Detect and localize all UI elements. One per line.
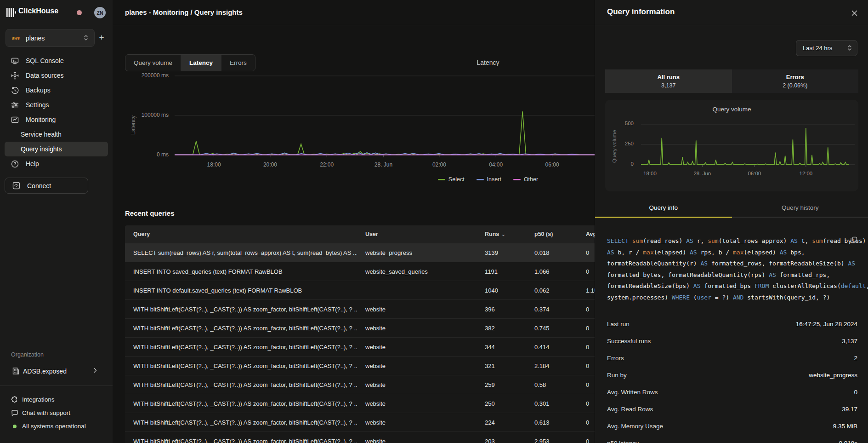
cell-runs: 224 <box>477 419 526 426</box>
detail-label: Avg. Written Rows <box>607 389 658 396</box>
detail-row-run-by: Run bywebsite_progress <box>595 368 868 385</box>
sidebar-item-settings[interactable]: Settings <box>0 98 113 112</box>
detail-row-successful-runs: Successful runs3,137 <box>595 334 868 351</box>
latency-y-tick: 0 ms <box>113 151 169 158</box>
sidebar-item-service-health[interactable]: Service health <box>0 127 113 142</box>
sidebar-item-monitoring[interactable]: Monitoring <box>0 112 113 127</box>
connect-icon <box>12 182 20 190</box>
latency-chart[interactable] <box>175 69 595 163</box>
detail-row-avg-written-rows: Avg. Written Rows0 <box>595 385 868 402</box>
cell-runs: 321 <box>477 362 526 369</box>
legend-item-insert[interactable]: Insert <box>477 176 501 183</box>
tab-query-info[interactable]: Query info <box>595 201 732 217</box>
volume-y-axis-label: Query volume <box>612 130 617 163</box>
footer-item-chat-with-support[interactable]: Chat with support <box>0 406 113 420</box>
legend-label: Select <box>448 176 465 183</box>
settings-icon <box>11 101 19 109</box>
legend-item-other[interactable]: Other <box>513 176 538 183</box>
sidebar-item-query-insights[interactable]: Query insights <box>5 142 108 156</box>
sql-console-icon <box>11 57 19 65</box>
cell-avg: 0 <box>578 325 595 332</box>
aws-provider-icon: aws <box>12 36 20 40</box>
table-row[interactable]: WITH bitShiftLeft(CAST(?..), _CAST(?..))… <box>125 375 595 394</box>
column-header-runs[interactable]: Runs⌄ <box>477 231 526 237</box>
table-row[interactable]: WITH bitShiftLeft(CAST(?..), _CAST(?..))… <box>125 337 595 356</box>
add-service-button[interactable]: + <box>96 32 107 43</box>
table-row[interactable]: INSERT INTO saved_queries (text) FORMAT … <box>125 262 595 281</box>
cell-runs: 382 <box>477 325 526 332</box>
tab-query-history[interactable]: Query history <box>732 201 868 217</box>
query-volume-chart[interactable] <box>641 121 855 172</box>
footer-item-integrations[interactable]: Integrations <box>0 393 113 406</box>
cell-avg: 0 <box>578 306 595 313</box>
chat-icon <box>11 409 18 417</box>
latency-y-tick: 200000 ms <box>113 72 169 79</box>
sql-code-line: formatReadableQuantity(r) AS formatted_r… <box>607 258 857 270</box>
sidebar-item-label: SQL Console <box>26 57 64 64</box>
main-header: planes - Monitoring / Query insights <box>113 0 595 25</box>
copy-icon[interactable] <box>851 236 857 245</box>
cell-runs: 3139 <box>477 249 526 256</box>
cell-user: website <box>357 419 477 426</box>
detail-value: 3,137 <box>842 338 857 345</box>
chevron-updown-icon <box>847 44 852 53</box>
query-information-panel: Query information Last 24 hrs All runs 3… <box>595 0 868 443</box>
table-row[interactable]: INSERT INTO default.saved_queries (text)… <box>125 281 595 299</box>
legend-label: Insert <box>487 176 501 183</box>
sidebar-item-data-sources[interactable]: Data sources <box>0 68 113 83</box>
footer-item-label: All systems operational <box>22 423 86 430</box>
legend-label: Other <box>524 176 538 183</box>
tab-query-volume[interactable]: Query volume <box>125 55 181 71</box>
sidebar-item-label: Data sources <box>26 72 63 79</box>
detail-row-avg-read-rows: Avg. Read Rows39.17 <box>595 402 868 419</box>
cell-runs: 203 <box>477 438 526 443</box>
table-row[interactable]: WITH bitShiftLeft(CAST(?..), _CAST(?..))… <box>125 318 595 337</box>
errors-label: Errors <box>786 74 804 81</box>
detail-row-last-run: Last run16:47:25, Jun 28 2024 <box>595 316 868 334</box>
legend-dash <box>513 179 521 180</box>
legend-item-select[interactable]: Select <box>438 176 465 183</box>
latency-x-tick: 22:00 <box>308 161 345 168</box>
cell-avg: 0 <box>578 400 595 407</box>
sidebar-item-sql-console[interactable]: SQL Console <box>0 53 113 68</box>
latency-x-tick: 20:00 <box>252 161 289 168</box>
all-runs-tab[interactable]: All runs 3,137 <box>605 69 732 93</box>
table-row[interactable]: WITH bitShiftLeft(CAST(?..), _CAST(?..))… <box>125 394 595 413</box>
table-row[interactable]: SELECT sum(read_rows) AS r, sum(total_ro… <box>125 243 595 262</box>
query-details-list: Last run16:47:25, Jun 28 2024Successful … <box>595 316 868 443</box>
sidebar-item-help[interactable]: Help <box>0 156 113 171</box>
time-range-select[interactable]: Last 24 hrs <box>796 40 857 56</box>
footer-item-all-systems-operational[interactable]: All systems operational <box>0 420 113 433</box>
volume-x-tick: 28. Jun <box>684 171 720 176</box>
cell-p50: 0.745 <box>526 325 578 332</box>
service-selector[interactable]: aws planes <box>6 29 95 47</box>
tab-latency[interactable]: Latency <box>181 55 221 71</box>
volume-x-tick: 18:00 <box>631 171 668 176</box>
organization-switcher[interactable]: ADSB.exposed <box>0 364 113 378</box>
connect-button[interactable]: Connect <box>5 178 88 194</box>
sql-code-line: SELECT sum(read_rows) AS r, sum(total_ro… <box>607 236 857 247</box>
table-header-row: QueryUserRuns⌄p50 (s)Avg. <box>125 225 595 243</box>
table-row[interactable]: WITH bitShiftLeft(CAST(?..), _CAST(?..))… <box>125 413 595 431</box>
table-row[interactable]: WITH bitShiftLeft(CAST(?..), _CAST(?..))… <box>125 299 595 318</box>
sidebar-item-label: Settings <box>26 101 49 109</box>
cell-p50: 0.414 <box>526 344 578 351</box>
sidebar-item-backups[interactable]: Backups <box>0 83 113 98</box>
table-row[interactable]: WITH bitShiftLeft(CAST(?..), _CAST(?..))… <box>125 431 595 443</box>
cell-query: WITH bitShiftLeft(CAST(?..), _CAST(?..))… <box>125 400 357 407</box>
tab-errors[interactable]: Errors <box>221 55 255 71</box>
close-icon[interactable] <box>849 8 859 18</box>
clickhouse-query-insights-page: { "app": {"brand": "ClickHouse", "avatar… <box>0 0 868 443</box>
errors-tab[interactable]: Errors 2 (0.06%) <box>732 69 859 93</box>
clickhouse-logo-icon <box>6 7 17 19</box>
time-range-value: Last 24 hrs <box>803 45 832 52</box>
cell-p50: 2.184 <box>526 362 578 369</box>
sql-code-line: formatReadableSize(bps) AS formatted_bps… <box>607 281 857 292</box>
table-row[interactable]: WITH bitShiftLeft(CAST(?..), _CAST(?..))… <box>125 356 595 375</box>
avatar[interactable]: ZN <box>94 7 106 18</box>
detail-label: Avg. Memory Usage <box>607 423 663 430</box>
detail-label: p50 latency <box>607 440 639 443</box>
cell-avg: 0 <box>578 362 595 369</box>
cell-user: website <box>357 325 477 332</box>
volume-x-tick: 06:00 <box>736 171 773 176</box>
